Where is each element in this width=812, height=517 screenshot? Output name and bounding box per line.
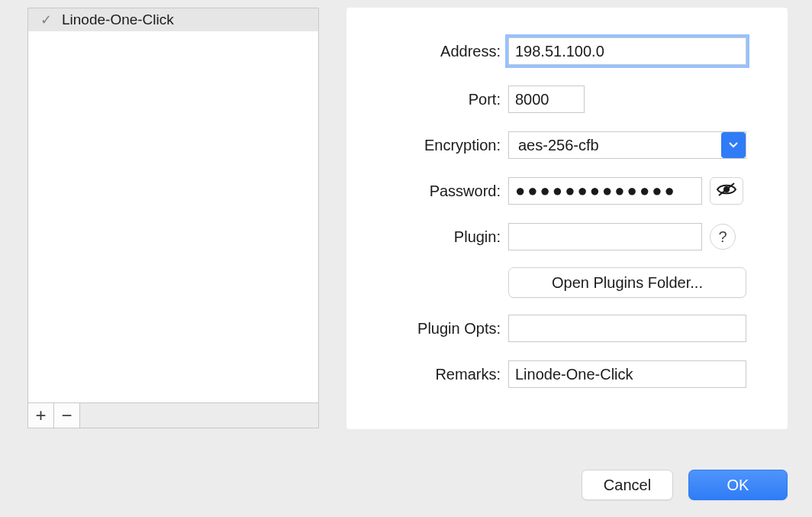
plugin-help-button[interactable]: ? (710, 224, 736, 250)
remarks-input[interactable] (508, 360, 746, 388)
plugin-label: Plugin: (346, 228, 508, 246)
minus-icon: − (61, 405, 72, 426)
plugin-opts-input[interactable] (508, 315, 746, 342)
server-list-panel: ✓ Linode-One-Click + − (27, 8, 319, 429)
server-list[interactable]: ✓ Linode-One-Click (27, 8, 319, 403)
checkmark-icon: ✓ (39, 11, 53, 28)
encryption-select[interactable]: aes-256-cfb (508, 131, 746, 159)
chevron-down-icon (721, 132, 746, 158)
password-label: Password: (346, 183, 508, 200)
port-input[interactable] (508, 86, 585, 113)
ok-button[interactable]: OK (688, 470, 788, 500)
address-label: Address: (346, 43, 508, 60)
server-list-item-label: Linode-One-Click (62, 11, 174, 28)
remarks-label: Remarks: (346, 366, 508, 383)
preferences-dialog: ✓ Linode-One-Click + − Address: Port (0, 0, 812, 517)
server-detail-panel: Address: Port: Encryption: aes-256-cfb (346, 8, 788, 429)
toggle-password-visibility-button[interactable] (710, 177, 743, 205)
remove-server-button[interactable]: − (54, 403, 80, 428)
ok-button-label: OK (727, 477, 749, 494)
password-masked-value: ●●●●●●●●●●●●● (515, 181, 677, 201)
cancel-button[interactable]: Cancel (582, 470, 673, 500)
port-label: Port: (346, 91, 508, 108)
dialog-button-row: Cancel OK (582, 470, 788, 500)
password-input[interactable]: ●●●●●●●●●●●●● (508, 177, 702, 205)
open-plugins-folder-button[interactable]: Open Plugins Folder... (508, 267, 746, 298)
server-form: Address: Port: Encryption: aes-256-cfb (346, 8, 788, 397)
plus-icon: + (35, 405, 46, 426)
plugin-opts-label: Plugin Opts: (346, 320, 508, 338)
server-list-footer: + − (27, 403, 319, 428)
add-server-button[interactable]: + (28, 403, 54, 428)
open-plugins-folder-label: Open Plugins Folder... (552, 274, 703, 292)
plugin-input[interactable] (508, 223, 702, 250)
eye-slash-icon (716, 182, 737, 201)
encryption-value: aes-256-cfb (515, 137, 599, 154)
address-input[interactable] (508, 37, 746, 65)
question-icon: ? (718, 228, 727, 246)
cancel-button-label: Cancel (604, 477, 651, 494)
encryption-label: Encryption: (346, 137, 508, 154)
footer-spacer (80, 403, 318, 428)
server-list-item[interactable]: ✓ Linode-One-Click (28, 8, 318, 31)
